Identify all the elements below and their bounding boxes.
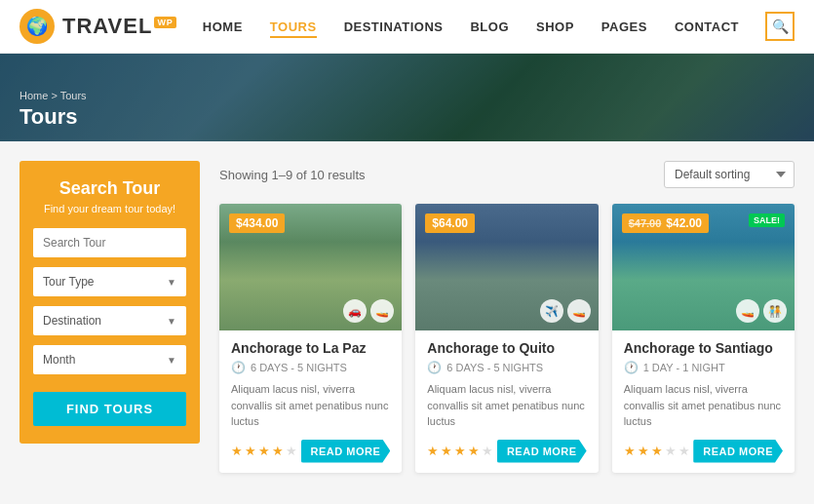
- card-icons: 🚗🚤: [343, 299, 394, 323]
- card-image: $434.00 🚗🚤: [219, 204, 402, 330]
- card-image: $47.00 $42.00 SALE! 🚤🧑‍🤝‍🧑: [612, 204, 795, 330]
- tour-feature-icon: 🚗: [343, 299, 367, 323]
- month-wrapper: MonthJanuaryFebruaryMarch ▼: [33, 345, 186, 374]
- search-input[interactable]: [33, 228, 186, 257]
- duration-text: 6 DAYS - 5 NIGHTS: [251, 362, 347, 373]
- card-image: $64.00 ✈️🚤: [415, 204, 598, 330]
- tour-card: $47.00 $42.00 SALE! 🚤🧑‍🤝‍🧑 Anchorage to …: [612, 204, 795, 473]
- page-title: Tours: [19, 104, 87, 130]
- nav-item-home[interactable]: HOME: [203, 19, 243, 34]
- tour-description: Aliquam lacus nisl, viverra convallis si…: [427, 381, 586, 430]
- tour-description: Aliquam lacus nisl, viverra convallis si…: [624, 381, 783, 430]
- tour-title: Anchorage to Quito: [427, 340, 586, 356]
- read-more-button[interactable]: READ MORE: [693, 440, 783, 463]
- star-icon: ★: [624, 444, 636, 458]
- tour-feature-icon: 🚤: [736, 299, 759, 323]
- star-icon: ★: [258, 444, 270, 458]
- card-body: Anchorage to Santiago 🕐 1 DAY - 1 NIGHT …: [612, 330, 795, 473]
- tour-card: $64.00 ✈️🚤 Anchorage to Quito 🕐 6 DAYS -…: [415, 204, 598, 473]
- hero-content: Home > Tours Tours: [19, 90, 87, 130]
- widget-subtitle: Find your dream tour today!: [33, 203, 186, 214]
- star-rating: ★★★★★: [231, 444, 297, 458]
- star-icon: ★: [272, 444, 284, 458]
- tours-grid: $434.00 🚗🚤 Anchorage to La Paz 🕐 6 DAYS …: [219, 204, 795, 473]
- logo: 🌍 TRAVELWP: [19, 9, 176, 44]
- tour-card: $434.00 🚗🚤 Anchorage to La Paz 🕐 6 DAYS …: [219, 204, 402, 473]
- tour-feature-icon: 🚤: [567, 299, 591, 323]
- card-icons: ✈️🚤: [540, 299, 591, 323]
- nav-item-pages[interactable]: PAGES: [601, 19, 647, 34]
- star-icon: ★: [665, 444, 677, 458]
- widget-title: Search Tour: [33, 178, 186, 199]
- hero-banner: Home > Tours Tours: [0, 54, 814, 141]
- tour-type-wrapper: Tour TypeAdventureCulturalBeach ▼: [33, 267, 186, 296]
- destination-wrapper: DestinationAlaskaEcuadorChile ▼: [33, 306, 186, 335]
- star-icon: ★: [441, 444, 452, 458]
- nav-item-contact[interactable]: CONTACT: [675, 19, 739, 34]
- logo-text: TRAVELWP: [62, 14, 176, 39]
- nav-item-tours[interactable]: TOURS: [270, 19, 317, 38]
- old-price: $47.00: [629, 217, 662, 229]
- sidebar: Search Tour Find your dream tour today! …: [19, 161, 200, 473]
- tour-title: Anchorage to Santiago: [624, 340, 783, 356]
- star-icon: ★: [454, 444, 466, 458]
- content-header: Showing 1–9 of 10 results Default sortin…: [219, 161, 795, 188]
- clock-icon: 🕐: [231, 361, 246, 374]
- tour-feature-icon: 🚤: [370, 299, 394, 323]
- header: 🌍 TRAVELWP HOMETOURSDESTINATIONSBLOGSHOP…: [0, 0, 814, 54]
- tour-title: Anchorage to La Paz: [231, 340, 390, 356]
- star-rating: ★★★★★: [624, 444, 690, 458]
- tour-duration: 🕐 6 DAYS - 5 NIGHTS: [427, 361, 586, 374]
- main-container: Search Tour Find your dream tour today! …: [0, 141, 814, 492]
- duration-text: 1 DAY - 1 NIGHT: [643, 362, 725, 373]
- star-icon: ★: [651, 444, 663, 458]
- star-icon: ★: [468, 444, 480, 458]
- new-price: $42.00: [666, 216, 702, 230]
- card-footer: ★★★★★ READ MORE: [624, 440, 783, 463]
- tour-feature-icon: ✈️: [540, 299, 563, 323]
- search-button[interactable]: 🔍: [765, 12, 795, 41]
- nav-item-blog[interactable]: BLOG: [470, 19, 509, 34]
- destination-select[interactable]: DestinationAlaskaEcuadorChile: [33, 306, 186, 335]
- logo-wp-badge: WP: [154, 17, 176, 28]
- main-nav: HOMETOURSDESTINATIONSBLOGSHOPPAGESCONTAC…: [203, 19, 739, 34]
- find-tours-button[interactable]: FIND TOURS: [33, 392, 186, 426]
- star-rating: ★★★★★: [427, 444, 493, 458]
- sale-badge: SALE!: [749, 213, 785, 227]
- card-footer: ★★★★★ READ MORE: [427, 440, 586, 463]
- read-more-button[interactable]: READ MORE: [301, 440, 391, 463]
- logo-icon: 🌍: [19, 9, 55, 44]
- read-more-button[interactable]: READ MORE: [497, 440, 587, 463]
- card-body: Anchorage to La Paz 🕐 6 DAYS - 5 NIGHTS …: [219, 330, 402, 473]
- star-icon: ★: [482, 444, 493, 458]
- tour-description: Aliquam lacus nisl, viverra convallis si…: [231, 381, 390, 430]
- tour-price: $47.00 $42.00: [622, 213, 709, 233]
- hero-overlay: [0, 54, 814, 141]
- star-icon: ★: [678, 444, 690, 458]
- tour-duration: 🕐 6 DAYS - 5 NIGHTS: [231, 361, 390, 374]
- tour-type-select[interactable]: Tour TypeAdventureCulturalBeach: [33, 267, 186, 296]
- logo-travel-text: TRAVEL: [62, 14, 152, 38]
- star-icon: ★: [286, 444, 297, 458]
- sort-select[interactable]: Default sortingSort by popularitySort by…: [664, 161, 795, 188]
- content-area: Showing 1–9 of 10 results Default sortin…: [219, 161, 795, 473]
- duration-text: 6 DAYS - 5 NIGHTS: [446, 362, 543, 373]
- star-icon: ★: [427, 444, 439, 458]
- clock-icon: 🕐: [427, 361, 442, 374]
- star-icon: ★: [638, 444, 649, 458]
- breadcrumb: Home > Tours: [19, 90, 87, 101]
- tour-duration: 🕐 1 DAY - 1 NIGHT: [624, 361, 783, 374]
- search-widget: Search Tour Find your dream tour today! …: [19, 161, 200, 444]
- nav-item-shop[interactable]: SHOP: [536, 19, 574, 34]
- card-icons: 🚤🧑‍🤝‍🧑: [736, 299, 787, 323]
- clock-icon: 🕐: [624, 361, 639, 374]
- card-body: Anchorage to Quito 🕐 6 DAYS - 5 NIGHTS A…: [415, 330, 598, 473]
- month-select[interactable]: MonthJanuaryFebruaryMarch: [33, 345, 186, 374]
- tour-price: $434.00: [229, 213, 285, 233]
- star-icon: ★: [231, 444, 243, 458]
- results-count: Showing 1–9 of 10 results: [219, 168, 366, 182]
- tour-feature-icon: 🧑‍🤝‍🧑: [763, 299, 787, 323]
- tour-price: $64.00: [425, 213, 475, 233]
- star-icon: ★: [245, 444, 256, 458]
- nav-item-destinations[interactable]: DESTINATIONS: [344, 19, 444, 34]
